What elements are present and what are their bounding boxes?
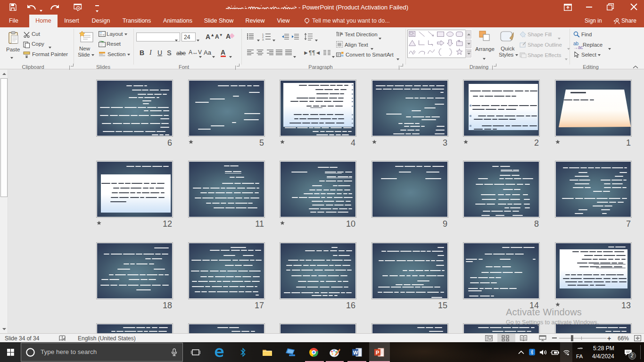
- svg-text:W: W: [353, 350, 358, 355]
- svg-text:P: P: [376, 350, 379, 355]
- svg-text:3.: 3.: [262, 38, 264, 41]
- svg-text:A: A: [340, 32, 343, 36]
